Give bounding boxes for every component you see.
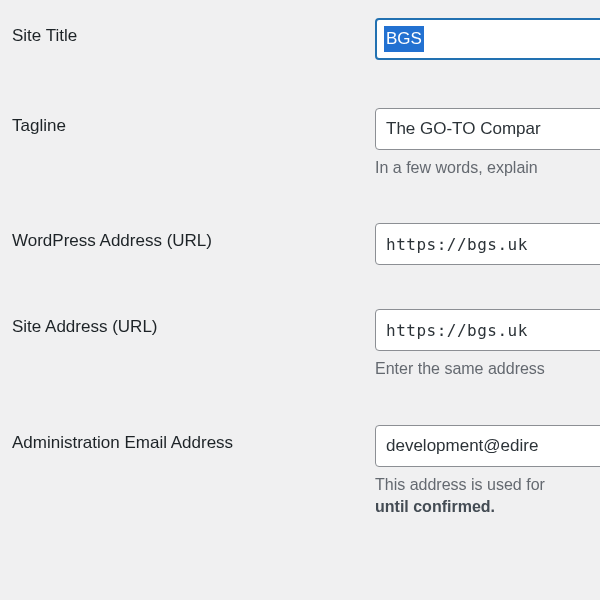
- site-url-label: Site Address (URL): [0, 309, 375, 337]
- wp-url-input[interactable]: [375, 223, 600, 265]
- site-title-label: Site Title: [0, 18, 375, 46]
- wp-url-label: WordPress Address (URL): [0, 223, 375, 251]
- admin-email-row: Administration Email Address This addres…: [0, 425, 600, 519]
- tagline-label: Tagline: [0, 108, 375, 136]
- admin-email-label: Administration Email Address: [0, 425, 375, 453]
- tagline-row: Tagline In a few words, explain: [0, 108, 600, 179]
- tagline-input[interactable]: [375, 108, 600, 150]
- tagline-description: In a few words, explain: [375, 157, 600, 179]
- site-title-input[interactable]: [375, 18, 600, 60]
- admin-email-input[interactable]: [375, 425, 600, 467]
- site-title-row: Site Title BGS: [0, 18, 600, 60]
- wp-url-row: WordPress Address (URL): [0, 223, 600, 265]
- site-url-row: Site Address (URL) Enter the same addres…: [0, 309, 600, 380]
- site-url-input[interactable]: [375, 309, 600, 351]
- site-url-description: Enter the same address: [375, 358, 600, 380]
- general-settings-form: Site Title BGS Tagline In a few words, e…: [0, 18, 600, 519]
- admin-email-description: This address is used for until confirmed…: [375, 474, 600, 519]
